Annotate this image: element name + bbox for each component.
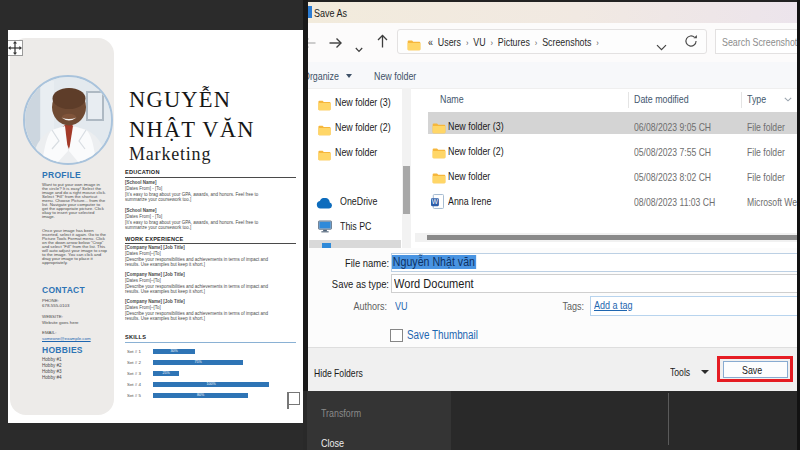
- svg-text:W: W: [432, 198, 439, 205]
